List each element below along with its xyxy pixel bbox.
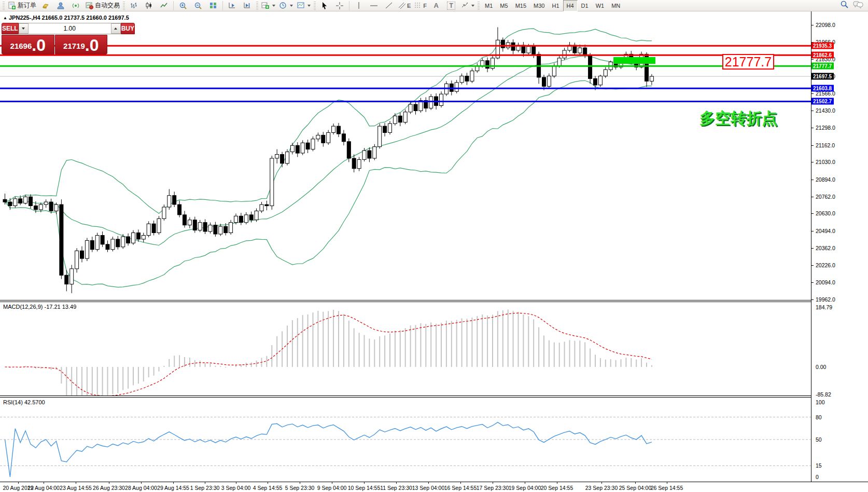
price-tick-mark: [811, 299, 814, 300]
trendline-button[interactable]: [382, 0, 396, 11]
templates-button[interactable]: [295, 0, 312, 11]
time-tick-label: 20 Aug 2019: [3, 485, 34, 491]
signals-button[interactable]: [68, 0, 83, 11]
sell-price-pips: .0: [32, 37, 46, 53]
time-tick-label: 20 Sep 14:55: [541, 485, 573, 491]
volume-decrease-button[interactable]: [19, 23, 29, 34]
pane-separator[interactable]: [0, 300, 868, 300]
time-tick-label: 19 Sep 04:00: [509, 485, 541, 491]
price-tick-label: 20494.0: [816, 228, 835, 234]
time-tick-label: 29 Aug 14:55: [157, 485, 189, 491]
text-label-icon: T: [447, 2, 455, 10]
search-icon[interactable]: [840, 0, 849, 11]
collapse-arrow-icon[interactable]: ▲: [3, 16, 7, 20]
price-tick-mark: [811, 145, 814, 146]
zoom-out-button[interactable]: [191, 0, 205, 11]
new-order-button[interactable]: 新订单: [6, 0, 38, 11]
sell-button[interactable]: SELL: [2, 23, 19, 34]
timeframe-W1[interactable]: W1: [592, 0, 608, 11]
timeframe-M1[interactable]: M1: [481, 0, 496, 11]
periods-button[interactable]: [277, 0, 295, 11]
price-tick-mark: [811, 59, 814, 60]
tile-windows-button[interactable]: [206, 0, 220, 11]
pane-separator[interactable]: [0, 302, 868, 302]
time-tick-label: 23 Sep 23:30: [585, 485, 618, 491]
line-chart-button[interactable]: [157, 0, 171, 11]
zoom-in-button[interactable]: [176, 0, 190, 11]
buy-button[interactable]: BUY: [121, 23, 135, 34]
auto-trading-button[interactable]: 自动交易: [83, 0, 121, 11]
price-tick-label: 20094.0: [816, 279, 835, 285]
chart-shift-button[interactable]: [240, 0, 255, 11]
template-icon: [297, 2, 305, 9]
time-axis-frame: [0, 482, 868, 482]
candlestick-chart-button[interactable]: [142, 0, 156, 11]
volume-input[interactable]: [29, 23, 111, 34]
clock-icon: [279, 2, 287, 9]
bar-chart-button[interactable]: [127, 0, 141, 11]
rsi-axis-label: 50: [816, 436, 822, 443]
macd-axis-label: 0.00: [816, 364, 826, 370]
time-tick-label: 22 Aug 04:00: [27, 485, 60, 491]
text-label-button[interactable]: T: [444, 0, 458, 11]
horizontal-line-icon: [370, 2, 378, 9]
timeframes-group: M1M5M15M30H1H4D1W1MN: [481, 0, 624, 11]
price-tick-label: 21298.0: [816, 125, 835, 131]
crosshair-button[interactable]: [332, 0, 347, 11]
pane-separator[interactable]: [0, 397, 868, 398]
horizontal-line-button[interactable]: [367, 0, 381, 11]
timeframe-H1[interactable]: H1: [548, 0, 563, 11]
bar-chart-icon: [130, 2, 138, 9]
timeframe-H4[interactable]: H4: [563, 0, 578, 11]
price-tick-mark: [811, 213, 814, 214]
rsi-pane[interactable]: [0, 397, 811, 482]
community-button[interactable]: [53, 0, 68, 11]
fibonacci-button[interactable]: F: [413, 0, 428, 11]
text-button[interactable]: A: [429, 0, 443, 11]
price-callout-text: 21777.7: [725, 54, 772, 69]
pane-separator[interactable]: [0, 395, 868, 396]
auto-scroll-button[interactable]: [225, 0, 240, 11]
arrows-button[interactable]: [459, 0, 476, 11]
time-tick-label: 23 Aug 14:55: [60, 485, 92, 491]
rsi-label: RSI(14) 42.5700: [3, 399, 45, 405]
market-button[interactable]: [38, 0, 53, 11]
indicators-button[interactable]: [260, 0, 277, 11]
price-tag: 21935.3: [811, 43, 834, 49]
price-tick-label: 19962.0: [816, 296, 835, 303]
time-tick-label: 26 Sep 14:55: [651, 485, 683, 491]
gold-icon: [41, 2, 50, 9]
toolbar-grip[interactable]: [478, 2, 480, 10]
vertical-line-button[interactable]: [352, 0, 366, 11]
main-toolbar: 新订单 自动交易: [0, 0, 868, 11]
arrows-icon: [460, 2, 469, 9]
cursor-button[interactable]: [317, 0, 332, 11]
price-tick-label: 20762.0: [816, 194, 835, 200]
timeframe-D1[interactable]: D1: [578, 0, 592, 11]
toolbar-grip[interactable]: [314, 2, 316, 10]
sell-price-main: 21696: [10, 39, 32, 53]
tile-windows-icon: [209, 2, 217, 9]
main-chart-pane[interactable]: 21777.7多空转折点多空转折点: [0, 11, 811, 300]
buy-price-quote[interactable]: 21719.0: [55, 35, 108, 54]
price-tick-mark: [811, 248, 814, 249]
time-tick-label: 16 Sep 14:55: [444, 485, 477, 491]
toolbar-grip[interactable]: [123, 2, 125, 10]
price-axis[interactable]: 22098.021966.021830.021698.021566.021430…: [811, 11, 868, 482]
channel-button[interactable]: E: [397, 0, 412, 11]
timeframe-M5[interactable]: M5: [496, 0, 511, 11]
toolbar-grip[interactable]: [3, 2, 5, 10]
timeframe-M30[interactable]: M30: [530, 0, 548, 11]
chat-icon[interactable]: [853, 1, 863, 11]
highlight-zone: [613, 57, 655, 64]
price-tick-mark: [811, 197, 814, 197]
channel-letter: E: [407, 3, 411, 9]
macd-label: MACD(12,26,9) -17.21 13.49: [3, 304, 76, 310]
toolbar-grip[interactable]: [256, 2, 258, 10]
macd-pane[interactable]: [0, 302, 811, 395]
time-tick-label: 9 Sep 04:00: [317, 485, 347, 491]
timeframe-MN[interactable]: MN: [608, 0, 624, 11]
timeframe-M15[interactable]: M15: [512, 0, 530, 11]
sell-price-quote[interactable]: 21696.0: [2, 35, 54, 54]
volume-increase-button[interactable]: [111, 23, 121, 34]
